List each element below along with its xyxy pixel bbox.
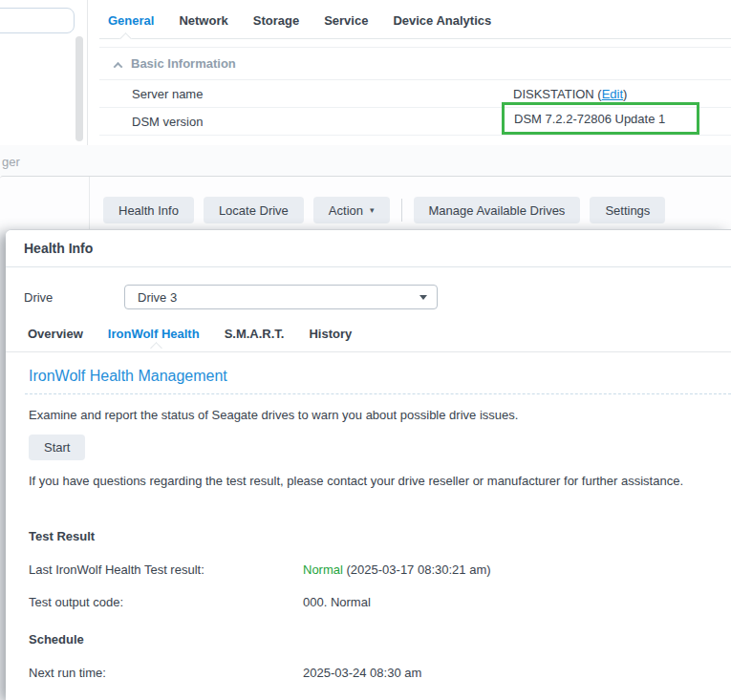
ironwolf-management-heading: IronWolf Health Management [29,368,227,385]
locate-drive-button[interactable]: Locate Drive [204,197,304,223]
tab-general[interactable]: General [108,11,154,37]
chevron-up-icon [114,62,123,72]
output-code-value: 000. Normal [303,595,371,609]
dialog-header: Health Info [6,230,731,267]
storage-manager-toolbar: Health Info Locate Drive Action▾ Manage … [103,197,665,223]
note-text: If you have questions regarding the test… [29,471,724,491]
settings-button-label: Settings [605,203,650,218]
tab-overview[interactable]: Overview [28,327,83,350]
dsm-version-highlight-box: DSM 7.2.2-72806 Update 1 [502,102,699,135]
window-title-fragment: ger [2,155,20,169]
description-text: Examine and report the status of Seagate… [29,408,724,422]
health-info-dialog: Health Info Drive Drive 3 Overview IronW… [6,229,731,700]
status-normal: Normal [303,562,343,577]
dialog-tabbar-border [6,351,731,352]
drive-select-value: Drive 3 [138,290,177,305]
tab-ironwolf-health-label: IronWolf Health [108,327,200,341]
dialog-title: Health Info [24,241,93,256]
manage-drives-button-label: Manage Available Drives [429,203,566,218]
server-name-value: DISKSTATION (Edit) [513,87,627,101]
drive-label: Drive [24,290,53,305]
start-button[interactable]: Start [29,435,85,460]
server-name-label: Server name [132,87,203,101]
settings-button[interactable]: Settings [590,197,665,223]
search-input[interactable] [0,8,75,33]
start-button-label: Start [44,440,70,455]
locate-drive-button-label: Locate Drive [219,203,289,218]
control-panel-content: General Network Storage Service Device A… [88,0,731,145]
tab-smart[interactable]: S.M.A.R.T. [225,327,285,350]
dashed-divider [25,393,731,394]
tab-storage[interactable]: Storage [253,11,299,37]
test-result-heading: Test Result [29,529,95,543]
tab-ironwolf-health[interactable]: IronWolf Health [108,327,200,350]
dsm-version-value: DSM 7.2.2-72806 Update 1 [514,112,665,126]
control-panel-region: General Network Storage Service Device A… [0,0,731,145]
toolbar-separator [401,199,402,222]
last-test-value: Normal (2025-03-17 08:30:21 am) [303,562,491,577]
dsm-version-row: DSM version DSM 7.2.2-72806 Update 1 [99,108,731,136]
server-name-suffix: ) [623,87,627,101]
dialog-tabs: Overview IronWolf Health S.M.A.R.T. Hist… [28,327,352,350]
output-code-label: Test output code: [29,595,123,609]
server-name-text: DISKSTATION ( [513,87,602,101]
dsm-version-label: DSM version [132,115,203,129]
tab-network[interactable]: Network [179,11,227,37]
dropdown-caret-icon [419,295,427,300]
control-panel-tabs: General Network Storage Service Device A… [108,11,491,37]
health-info-button-label: Health Info [118,203,179,218]
sidebar-scrollbar[interactable] [75,36,83,141]
caret-down-icon: ▾ [370,205,375,215]
edit-link[interactable]: Edit [602,87,623,101]
next-run-value: 2025-03-24 08:30 am [303,666,421,680]
manage-available-drives-button[interactable]: Manage Available Drives [414,197,581,223]
last-test-timestamp: (2025-03-17 08:30:21 am) [343,562,491,577]
action-button-label: Action [329,203,363,218]
storage-manager-divider [89,177,90,230]
tab-device-analytics[interactable]: Device Analytics [393,11,491,37]
action-dropdown-button[interactable]: Action▾ [313,197,390,223]
desktop-backdrop: ger [0,145,731,176]
tabbar-border [99,38,731,39]
tab-history[interactable]: History [309,327,352,350]
schedule-heading: Schedule [29,632,84,647]
tab-service[interactable]: Service [324,11,368,37]
drive-select-dropdown[interactable]: Drive 3 [124,285,438,309]
health-info-button[interactable]: Health Info [103,197,194,223]
last-test-label: Last IronWolf Health Test result: [29,562,204,577]
next-run-label: Next run time: [29,666,106,680]
section-header[interactable]: Basic Information [99,47,731,80]
section-title: Basic Information [131,56,236,71]
basic-information-section: Basic Information Server name DISKSTATIO… [99,47,731,136]
